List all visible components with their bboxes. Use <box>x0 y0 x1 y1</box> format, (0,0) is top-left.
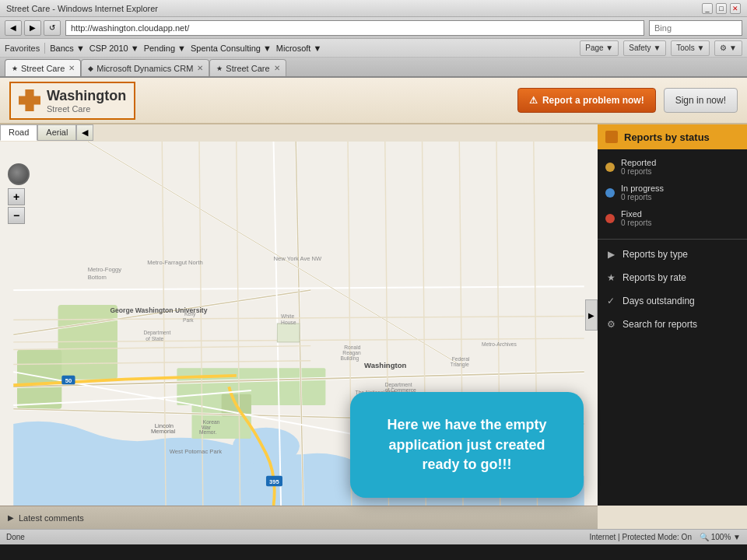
app-content: Washington Street Care ⚠ Report a proble… <box>0 78 747 529</box>
map-tab-aerial[interactable]: Aerial <box>37 124 76 141</box>
svg-text:Building: Building <box>340 355 359 362</box>
svg-text:Federal: Federal <box>452 356 470 362</box>
reported-label: Reported <box>621 158 656 167</box>
search-reports-icon: ⚙ <box>605 319 616 330</box>
fav-bancs[interactable]: Bancs ▼ <box>50 44 85 53</box>
reports-rate-label: Reports by rate <box>622 272 686 283</box>
tab-label-3: Street Care <box>226 64 269 73</box>
status-fixed-block: Fixed 0 reports <box>621 209 651 227</box>
fixed-label: Fixed <box>621 209 651 219</box>
bottom-bar[interactable]: ▶ Latest comments <box>0 506 598 529</box>
status-reported: Reported 0 reports <box>605 154 739 180</box>
svg-text:House: House <box>281 320 296 325</box>
sidebar-divider-1 <box>598 239 747 240</box>
reported-count: 0 reports <box>621 167 656 176</box>
refresh-button[interactable]: ↺ <box>44 20 61 36</box>
app-name-block: Washington Street Care <box>47 88 126 114</box>
status-reported-block: Reported 0 reports <box>621 158 656 176</box>
sidebar-header-label: Reports by status <box>624 131 710 143</box>
nav-search-reports[interactable]: ⚙ Search for reports <box>598 313 747 336</box>
tab-favicon-3: ★ <box>216 65 223 72</box>
svg-text:Park: Park <box>183 317 194 323</box>
app-logo-box: Washington Street Care <box>9 82 135 120</box>
sidebar-header-icon <box>605 131 618 143</box>
days-outstanding-label: Days outstanding <box>622 296 695 306</box>
tab-close-3[interactable]: ✕ <box>272 63 282 74</box>
svg-text:Metro-Farragut North: Metro-Farragut North <box>147 259 203 266</box>
tooltip-text: Here we have the empty application just … <box>387 417 546 471</box>
svg-text:Washington: Washington <box>364 361 406 369</box>
map-tab-road[interactable]: Road <box>0 124 37 141</box>
report-icon: ⚠ <box>529 95 538 106</box>
map-nav-right-arrow[interactable]: ▶ <box>585 299 598 331</box>
svg-rect-46 <box>277 324 300 342</box>
minimize-button[interactable]: _ <box>702 3 713 14</box>
tab-label-1: Street Care <box>21 64 65 73</box>
status-in-progress: In progress 0 reports <box>605 180 739 205</box>
fav-pending[interactable]: Pending ▼ <box>144 44 186 53</box>
zoom-in-button[interactable]: + <box>8 188 25 205</box>
reported-dot <box>605 163 615 172</box>
forward-button[interactable]: ▶ <box>24 20 41 36</box>
nav-days-outstanding[interactable]: ✓ Days outstanding <box>598 289 747 313</box>
restore-button[interactable]: □ <box>716 3 727 14</box>
fixed-count: 0 reports <box>621 219 651 227</box>
latest-comments-label: Latest comments <box>19 513 84 523</box>
map-compass <box>8 163 30 185</box>
gear-button[interactable]: ⚙ ▼ <box>714 40 742 56</box>
tab-bar: ★ Street Care ✕ ◆ Microsoft Dynamics CRM… <box>0 58 747 78</box>
app-name-subtitle: Street Care <box>47 104 126 114</box>
tab-favicon-1: ★ <box>12 65 18 72</box>
tab-street-care-2[interactable]: ★ Street Care ✕ <box>209 59 286 76</box>
svg-text:Triangle: Triangle <box>451 362 469 368</box>
address-bar: ◀ ▶ ↺ <box>0 17 747 39</box>
map-zoom-control: + − <box>8 163 30 226</box>
favorites-label: Favorites <box>5 44 40 53</box>
svg-text:West Potomac Park: West Potomac Park <box>170 448 222 455</box>
page-button[interactable]: Page ▼ <box>580 40 619 56</box>
tab-street-care-1[interactable]: ★ Street Care ✕ <box>5 59 81 76</box>
svg-text:Memor.: Memor. <box>199 429 216 435</box>
svg-text:395: 395 <box>269 478 279 485</box>
browser-titlebar: Street Care - Windows Internet Explorer … <box>0 0 747 17</box>
svg-text:of State: of State <box>146 336 163 341</box>
svg-text:50: 50 <box>65 377 72 384</box>
sign-in-button[interactable]: Sign in now! <box>664 88 738 113</box>
nav-buttons: ◀ ▶ ↺ <box>5 20 61 36</box>
svg-text:New York Ave NW: New York Ave NW <box>274 255 323 262</box>
fav-microsoft[interactable]: Microsoft ▼ <box>276 44 322 53</box>
close-button[interactable]: ✕ <box>730 3 741 14</box>
tab-label-2: Microsoft Dynamics CRM <box>96 64 193 73</box>
nav-reports-by-rate[interactable]: ★ Reports by rate <box>598 266 747 289</box>
browser-title: Street Care - Windows Internet Explorer <box>6 4 702 13</box>
report-problem-button[interactable]: ⚠ Report a problem now! <box>517 88 656 113</box>
tab-close-2[interactable]: ✕ <box>195 63 205 74</box>
status-fixed: Fixed 0 reports <box>605 205 739 231</box>
zoom-out-button[interactable]: − <box>8 207 25 224</box>
status-bar-right: Internet | Protected Mode: On 🔍 100% ▼ <box>589 533 741 541</box>
tab-close-1[interactable]: ✕ <box>66 63 77 74</box>
app-header: Washington Street Care ⚠ Report a proble… <box>0 78 747 124</box>
nav-reports-by-type[interactable]: ▶ Reports by type <box>598 243 747 266</box>
map-tabs: Road Aerial ◀ <box>0 124 93 141</box>
separator <box>44 43 45 54</box>
fav-spenta[interactable]: Spenta Consulting ▼ <box>191 44 272 53</box>
address-input[interactable] <box>65 20 644 36</box>
reports-rate-icon: ★ <box>605 272 616 283</box>
search-input[interactable] <box>649 20 742 36</box>
days-outstanding-icon: ✓ <box>605 296 616 306</box>
tab-favicon-2: ◆ <box>88 65 93 72</box>
signin-btn-label: Sign in now! <box>675 95 726 106</box>
svg-text:Metro-Foggy: Metro-Foggy <box>88 266 121 273</box>
map-toggle-button[interactable]: ◀ <box>76 124 93 141</box>
sidebar-header: Reports by status <box>598 124 747 149</box>
zoom-level: 🔍 100% ▼ <box>700 533 741 541</box>
tools-button[interactable]: Tools ▼ <box>671 40 710 56</box>
fav-csp[interactable]: CSP 2010 ▼ <box>89 44 139 53</box>
back-button[interactable]: ◀ <box>5 20 22 36</box>
status-in-progress-block: In progress 0 reports <box>621 184 664 201</box>
svg-text:Metro-Archives: Metro-Archives <box>482 341 517 347</box>
safety-button[interactable]: Safety ▼ <box>623 40 666 56</box>
reports-type-icon: ▶ <box>605 249 616 260</box>
tab-dynamics-crm[interactable]: ◆ Microsoft Dynamics CRM ✕ <box>81 59 209 76</box>
